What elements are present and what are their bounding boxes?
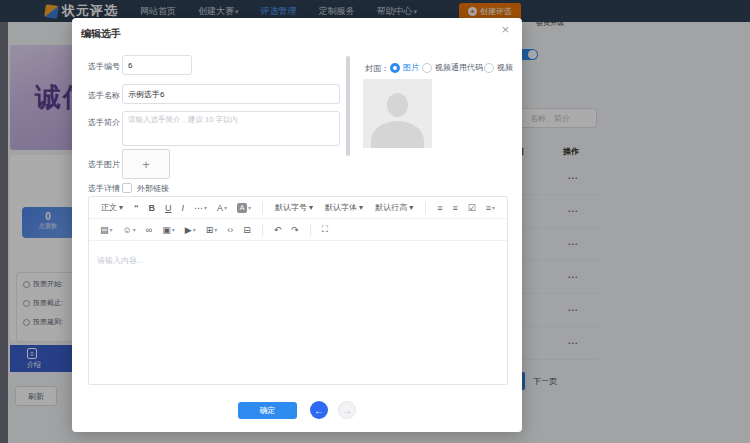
field-label-detail: 选手详情 (88, 183, 120, 194)
editor-numbered-list-button[interactable]: ≡ (449, 203, 460, 213)
editor-table-button[interactable]: ⊞▾ (203, 225, 221, 235)
modal-title: 编辑选手 (81, 27, 121, 41)
chevron-down-icon: ▾ (248, 204, 251, 211)
editor-emotion-button[interactable]: ☺▾ (120, 225, 139, 235)
editor-font-size-select[interactable]: 默认字号▾ (271, 202, 317, 213)
chevron-down-icon: ▾ (359, 203, 363, 212)
contestant-intro-textarea[interactable] (122, 111, 340, 146)
chevron-down-icon: ▾ (204, 204, 207, 211)
editor-todo-list-button[interactable]: ☑ (465, 203, 479, 213)
plus-icon: + (142, 157, 150, 172)
app-window: 状元评选 网站首页 创建大赛▾ 评选管理 定制服务 帮助中心▾ + 创建评选 V… (0, 0, 750, 443)
editor-bullet-list-button[interactable]: ≡ (434, 203, 445, 213)
edit-contestant-modal: 编辑选手 × 选手编号 选手名称 选手简介 选手图片 + 选手详情 外部链接 封… (72, 18, 522, 432)
arrow-left-icon: ← (314, 405, 324, 416)
editor-indent-button[interactable]: ▤▾ (97, 225, 116, 235)
radio-selected-icon (390, 63, 400, 73)
editor-more-styles-button[interactable]: ⋯▾ (191, 203, 210, 213)
editor-font-color-button[interactable]: A▾ (214, 203, 230, 213)
toolbar-divider (310, 224, 311, 236)
toolbar-divider (262, 224, 263, 236)
editor-undo-button[interactable]: ↶ (271, 225, 285, 235)
toolbar-divider (262, 202, 263, 214)
chevron-down-icon: ▾ (110, 226, 113, 233)
editor-quote-button[interactable]: “ (131, 203, 142, 213)
contestant-number-input[interactable] (122, 55, 192, 75)
editor-justify-button[interactable]: ≡▾ (483, 203, 498, 213)
editor-fullscreen-button[interactable]: ⛶ (319, 224, 331, 235)
editor-line-height-select[interactable]: 默认行高▾ (371, 202, 417, 213)
chevron-down-icon: ▾ (409, 203, 413, 212)
toolbar-divider (425, 202, 426, 214)
field-label-image: 选手图片 (88, 159, 120, 170)
cover-option-video[interactable]: 视频 (484, 62, 513, 73)
external-link-checkbox[interactable] (122, 183, 132, 193)
chevron-down-icon: ▾ (193, 226, 196, 233)
chevron-down-icon: ▾ (172, 226, 175, 233)
editor-code-block-button[interactable]: ‹› (224, 225, 236, 235)
rich-text-editor: 正文▾ “ B U I ⋯▾ A▾ A▾ 默认字号▾ 默认字体▾ 默认行高▾ ≡… (88, 196, 508, 385)
chevron-down-icon: ▾ (309, 203, 313, 212)
editor-link-button[interactable]: ∞ (143, 225, 155, 235)
arrow-right-icon: → (342, 405, 352, 416)
field-label-name: 选手名称 (88, 90, 120, 101)
chevron-down-icon: ▾ (119, 203, 123, 212)
editor-font-family-select[interactable]: 默认字体▾ (321, 202, 367, 213)
editor-toolbar-row-1: 正文▾ “ B U I ⋯▾ A▾ A▾ 默认字号▾ 默认字体▾ 默认行高▾ ≡… (89, 197, 507, 219)
image-upload-button[interactable]: + (122, 149, 170, 179)
close-icon[interactable]: × (501, 23, 509, 36)
form-scrollbar[interactable] (346, 56, 350, 156)
editor-bold-button[interactable]: B (146, 203, 159, 213)
chevron-down-icon: ▾ (224, 204, 227, 211)
editor-image-button[interactable]: ▣▾ (159, 225, 178, 235)
editor-bg-color-button[interactable]: A▾ (234, 203, 254, 213)
cover-option-image[interactable]: 图片 (390, 62, 419, 73)
next-contestant-button[interactable]: → (338, 401, 356, 419)
contestant-name-input[interactable] (122, 84, 340, 104)
chevron-down-icon: ▾ (133, 226, 136, 233)
editor-redo-button[interactable]: ↷ (288, 225, 302, 235)
prev-contestant-button[interactable]: ← (310, 401, 328, 419)
confirm-button[interactable]: 确定 (238, 402, 297, 419)
person-silhouette-icon (387, 93, 408, 117)
field-label-intro: 选手简介 (88, 117, 120, 128)
editor-video-button[interactable]: ▶▾ (182, 225, 199, 235)
cover-label: 封面： (365, 63, 389, 74)
person-silhouette-icon (371, 121, 424, 148)
cover-option-video-code[interactable]: 视频通用代码 (422, 62, 483, 73)
chevron-down-icon: ▾ (492, 204, 495, 211)
editor-italic-button[interactable]: I (179, 203, 188, 213)
radio-icon (422, 63, 432, 73)
editor-placeholder: 请输入内容... (97, 256, 144, 265)
editor-toolbar-row-2: ▤▾ ☺▾ ∞ ▣▾ ▶▾ ⊞▾ ‹› ⊟ ↶ ↷ ⛶ (89, 219, 507, 241)
external-link-label: 外部链接 (137, 183, 169, 194)
radio-icon (484, 63, 494, 73)
chevron-down-icon: ▾ (214, 226, 217, 233)
editor-content-area[interactable]: 请输入内容... (89, 241, 507, 385)
field-label-number: 选手编号 (88, 61, 120, 72)
editor-style-select[interactable]: 正文▾ (97, 202, 127, 213)
editor-underline-button[interactable]: U (162, 203, 175, 213)
editor-divider-button[interactable]: ⊟ (240, 225, 254, 235)
cover-image-preview (363, 79, 432, 148)
